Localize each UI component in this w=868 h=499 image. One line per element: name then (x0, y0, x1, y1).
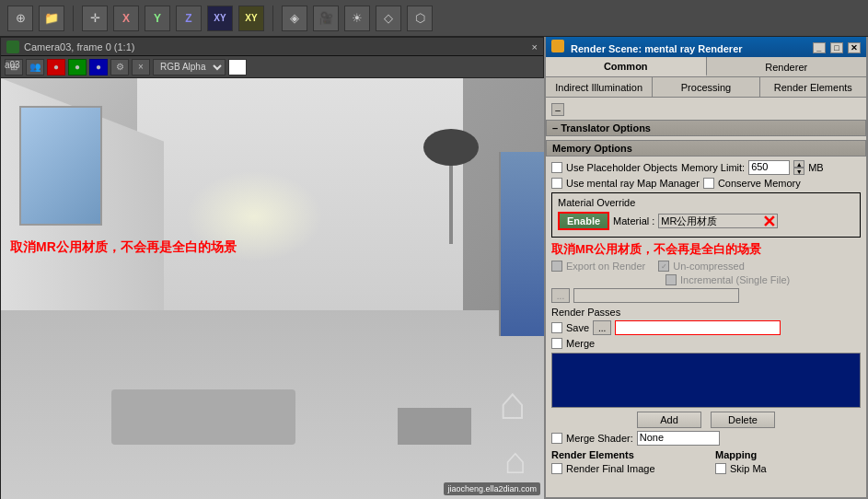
render-final-row: Render Final Image (551, 463, 697, 474)
x-axis-icon[interactable]: X (113, 6, 139, 31)
conserve-checkbox[interactable] (703, 178, 714, 189)
save-dots-button[interactable]: ... (593, 320, 611, 335)
material-enable-row: Enable Material : MR公用材质 ✕ (558, 212, 854, 230)
tab-common[interactable]: Common (546, 57, 707, 76)
collapse-btn[interactable]: – (551, 103, 564, 116)
z-axis-icon[interactable]: Z (176, 6, 202, 31)
maximize-button[interactable]: □ (830, 42, 843, 53)
vp-close-icon[interactable]: × (132, 59, 150, 75)
xy-plane-icon[interactable]: XY (207, 6, 233, 31)
scene-sofa (111, 389, 295, 445)
panel-win-buttons: _ □ ✕ (811, 41, 861, 53)
mental-ray-label: Use mental ray Map Manager (566, 178, 700, 189)
panel-title-icon (551, 40, 564, 52)
memory-options-label: Memory Options (552, 143, 632, 154)
viewport-area: a03 Camera03, frame 0 (1:1) × ⊞ 👥 ● ● ● … (0, 37, 544, 499)
material-override-box: Material Override Enable Material : MR公用… (551, 192, 861, 238)
dots-button[interactable]: ... (551, 288, 570, 303)
geometry-icon[interactable]: ◇ (376, 6, 401, 31)
close-button[interactable]: ✕ (848, 42, 861, 53)
viewport-close[interactable]: × (532, 41, 538, 52)
minimize-button[interactable]: _ (813, 42, 826, 53)
memory-limit-label: Memory Limit: (681, 162, 745, 173)
viewport-titlebar: Camera03, frame 0 (1:1) × (1, 38, 543, 56)
skip-ma-checkbox[interactable] (715, 463, 726, 474)
memory-unit-label: MB (808, 162, 824, 173)
viewport-icon (6, 41, 19, 53)
conserve-label: Conserve Memory (718, 178, 801, 189)
merge-shader-label: Merge Shader: (566, 433, 633, 444)
scene-table (398, 408, 471, 445)
material-label: Material : (613, 215, 654, 226)
incremental-row: Incremental (Single File) (551, 274, 861, 285)
y-axis-icon[interactable]: Y (145, 6, 170, 31)
panel-content: – – Translator Options Memory Options Us… (546, 98, 866, 497)
open-icon[interactable]: 📁 (39, 6, 64, 31)
chinese-annotation: 取消MR公用材质，不会再是全白的场景 (551, 241, 861, 258)
export-checkbox[interactable] (551, 261, 562, 272)
skip-ma-label: Skip Ma (730, 463, 767, 474)
shape-icon[interactable]: ⬡ (407, 6, 433, 31)
site-watermark: jiaocheng.ella2dian.com (444, 482, 540, 495)
merge-checkbox[interactable] (551, 338, 562, 349)
placeholder-checkbox[interactable] (551, 162, 562, 173)
memory-down-btn[interactable]: ▼ (793, 168, 804, 175)
tab-processing[interactable]: Processing (653, 77, 759, 97)
save-row: Save ... (551, 320, 861, 335)
vp-people-icon[interactable]: 👥 (26, 59, 44, 75)
channel-select[interactable]: RGB Alpha (153, 59, 226, 75)
save-checkbox[interactable] (551, 322, 562, 333)
vp-green-dot[interactable]: ● (68, 59, 87, 75)
enable-button[interactable]: Enable (558, 212, 609, 230)
bottom-section: Render Elements Render Final Image Mappi… (551, 449, 861, 477)
placeholder-label: Use Placeholder Objects (566, 162, 677, 173)
move-icon[interactable]: ✛ (82, 6, 108, 31)
scene-window (19, 106, 102, 226)
tab-indirect[interactable]: Indirect Illumination (546, 77, 653, 97)
vp-color-swatch (228, 59, 247, 75)
merge-shader-checkbox[interactable] (551, 433, 562, 444)
add-button[interactable]: Add (637, 412, 701, 428)
sep1 (73, 6, 74, 31)
merge-shader-input[interactable]: None (637, 431, 720, 446)
scene-window-right (499, 152, 545, 336)
active-plane-icon[interactable]: XY (238, 6, 264, 31)
light-icon[interactable]: ☀ (344, 6, 370, 31)
output-path-input[interactable] (573, 288, 739, 303)
house-icon-1: ⌂ (499, 380, 527, 426)
output-path-row: ... (551, 288, 861, 303)
vp-blue-dot[interactable]: ● (89, 59, 108, 75)
viewport-toolbar: ⊞ 👥 ● ● ● ⚙ × RGB Alpha (1, 56, 543, 78)
mental-ray-checkbox[interactable] (551, 178, 562, 189)
uncompressed-checkbox[interactable] (658, 261, 669, 272)
vp-settings-icon[interactable]: ⚙ (110, 59, 129, 75)
sep2 (272, 6, 273, 31)
save-path-input[interactable] (615, 320, 781, 335)
export-row: Export on Render Un-compressed (551, 261, 861, 272)
merge-shader-row: Merge Shader: None (551, 431, 861, 446)
tab-renderer[interactable]: Renderer (707, 57, 867, 76)
render-final-checkbox[interactable] (551, 463, 562, 474)
camera-icon[interactable]: 🎥 (313, 6, 339, 31)
passes-header-row: Render Passes (551, 307, 861, 318)
tab-render-elements[interactable]: Render Elements (760, 77, 866, 97)
render-icon[interactable]: ◈ (282, 6, 307, 31)
memory-value-input[interactable]: 650 (748, 160, 790, 175)
collapse-row: – (551, 103, 861, 116)
tab-row-1: Common Renderer (546, 57, 866, 77)
incremental-checkbox[interactable] (665, 274, 677, 285)
mental-ray-map-row: Use mental ray Map Manager Conserve Memo… (551, 178, 861, 189)
incremental-label: Incremental (Single File) (680, 274, 790, 285)
translator-options-header[interactable]: – Translator Options (546, 120, 866, 136)
new-icon[interactable]: ⊕ (7, 6, 33, 31)
memory-spinner: ▲ ▼ (793, 160, 804, 175)
material-input[interactable]: MR公用材质 (658, 214, 778, 228)
memory-up-btn[interactable]: ▲ (793, 160, 804, 168)
material-input-wrap: MR公用材质 ✕ (658, 214, 778, 228)
delete-button[interactable]: Delete (711, 412, 775, 428)
vp-red-dot[interactable]: ● (47, 59, 65, 75)
viewport-label: a03 (5, 60, 20, 70)
render-scene: 取消MR公用材质，不会再是全白的场景 ⌂ ⌂ jiaocheng.ella2di… (1, 78, 545, 499)
scene-lamp-shade (423, 129, 479, 166)
memory-options-header[interactable]: Memory Options (546, 140, 866, 157)
